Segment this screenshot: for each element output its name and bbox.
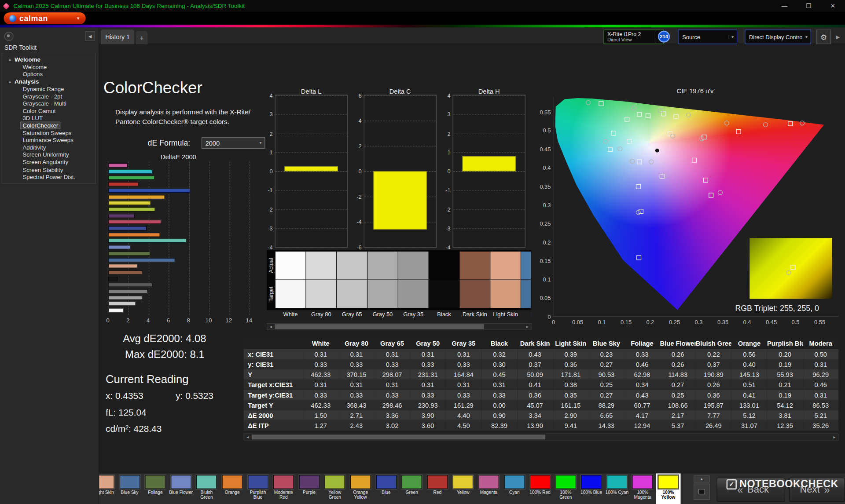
close-button[interactable]: ✕ xyxy=(821,0,845,12)
deltae-bar-black xyxy=(108,277,118,281)
table-scrollbar[interactable]: ◄ ► xyxy=(243,434,838,441)
swatch-label: Blue Flower xyxy=(169,490,193,495)
gridline xyxy=(276,114,347,115)
cie-target-marker xyxy=(790,265,795,270)
sidebar-item-colorchecker[interactable]: ColorChecker xyxy=(2,122,96,129)
swatch-label: Orange xyxy=(220,490,245,495)
sidebar-item-additivity[interactable]: Additivity xyxy=(2,144,96,151)
scrollbar-thumb[interactable] xyxy=(275,324,484,329)
patch-select-button-foliage[interactable]: Foliage xyxy=(143,473,168,504)
sidebar-item-spectral-power-dist[interactable]: Spectral Power Dist. xyxy=(2,173,96,180)
patch-select-button-yellow-green[interactable]: Yellow Green xyxy=(323,473,347,504)
scroll-right-arrow[interactable]: ► xyxy=(831,434,838,440)
x-axis-tick-label: 6 xyxy=(162,317,175,324)
sidebar-item-screen-stability[interactable]: Screen Stability xyxy=(2,166,96,173)
sidebar-item-grayscale-multi[interactable]: Grayscale - Multi xyxy=(2,100,96,107)
source-dropdown[interactable]: Source ▼ xyxy=(678,29,737,44)
gridline xyxy=(453,133,525,134)
table-cell: 0.31 xyxy=(374,349,410,359)
sidebar-item-grayscale-2pt[interactable]: Grayscale - 2pt xyxy=(2,92,96,100)
chevron-down-icon: ▼ xyxy=(728,35,737,39)
cie-target-marker xyxy=(625,117,629,121)
deltae-bar-orange xyxy=(108,233,160,237)
patch-select-button-blue[interactable]: Blue xyxy=(374,473,398,504)
cie-target-marker xyxy=(692,158,697,163)
patch-select-button-orange[interactable]: Orange xyxy=(220,473,245,504)
sidebar-item-screen-uniformity[interactable]: Screen Uniformity xyxy=(2,151,96,159)
cie-target-marker xyxy=(788,121,793,126)
patch-select-button-moderate-red[interactable]: Moderate Red xyxy=(271,473,296,504)
display-control-dropdown[interactable]: Direct Display Control ▼ xyxy=(745,29,811,44)
swatch-color xyxy=(273,475,294,489)
maximize-button[interactable]: ❐ xyxy=(797,0,821,12)
patch-window-button[interactable] xyxy=(694,484,710,500)
patch-select-button-100-blue[interactable]: 100% Blue xyxy=(579,473,603,504)
patch-select-button-light-skin[interactable]: Light Skin xyxy=(99,473,116,504)
sidebar-item-color-gamut[interactable]: Color Gamut xyxy=(2,107,96,115)
sidebar-item-saturation-sweeps[interactable]: Saturation Sweeps xyxy=(2,129,96,137)
swatch-color xyxy=(299,475,320,489)
table-cell: 3.60 xyxy=(410,420,446,431)
table-cell: 0.19 xyxy=(767,390,803,400)
table-cell: 0.50 xyxy=(803,349,838,359)
table-cell: 0.33 xyxy=(446,359,481,369)
sidebar-item-3d-lut[interactable]: 3D LUT xyxy=(2,114,96,122)
sidebar-item-dynamic-range[interactable]: Dynamic Range xyxy=(2,85,96,93)
description-line1: Display analysis is performed with the X… xyxy=(115,108,250,116)
y-axis-tick-label: 1 xyxy=(259,149,273,156)
calman-menu-button[interactable]: calman ▼ xyxy=(4,12,86,24)
patch-select-button-cyan[interactable]: Cyan xyxy=(502,473,527,504)
tree-section-analysis[interactable]: ▲Analysis xyxy=(2,78,96,85)
patch-select-button-bluish-green[interactable]: Bluish Green xyxy=(194,473,219,504)
patch-select-button-100-red[interactable]: 100% Red xyxy=(528,473,552,504)
table-cell: 0.31 xyxy=(303,380,338,390)
patch-select-button-blue-flower[interactable]: Blue Flower xyxy=(169,473,193,504)
patch-select-button-100-cyan[interactable]: 100% Cyan xyxy=(605,473,629,504)
table-cell: 0.27 xyxy=(660,380,696,390)
patch-select-button-purplish-blue[interactable]: Purplish Blue xyxy=(246,473,270,504)
patch-label: Dark Skin xyxy=(459,311,490,318)
table-cell: 35.26 xyxy=(803,420,838,431)
patch-select-button-100-magenta[interactable]: 100% Magenta xyxy=(630,473,655,504)
sidebar-item-luminance-sweeps[interactable]: Luminance Sweeps xyxy=(2,136,96,144)
sidebar-item-welcome[interactable]: Welcome xyxy=(2,63,96,70)
scroll-right-arrow[interactable]: ► xyxy=(524,324,531,329)
tree-section-welcome[interactable]: ▲Welcome xyxy=(2,55,96,63)
scrollbar-thumb[interactable] xyxy=(252,435,545,439)
meter-dropdown-labels: X-Rite i1Pro 2 Direct View xyxy=(604,30,655,44)
patch-select-button-purple[interactable]: Purple xyxy=(297,473,321,504)
patch-strip-scrollbar[interactable]: ◄ ► xyxy=(267,323,531,330)
de-formula-dropdown[interactable]: 2000 ▼ xyxy=(202,137,265,149)
scroll-left-arrow[interactable]: ◄ xyxy=(267,324,274,329)
gridline xyxy=(364,121,436,121)
settings-gear-button[interactable]: ⚙ xyxy=(816,29,831,44)
right-panel-toggle-button[interactable]: ▶ xyxy=(833,29,843,44)
patch-select-button-green[interactable]: Green xyxy=(399,473,424,504)
sidebar-item-label: Dynamic Range xyxy=(21,86,66,92)
app-icon xyxy=(3,3,10,10)
sidebar-item-screen-angularity[interactable]: Screen Angularity xyxy=(2,158,96,166)
patch-select-button-blue-sky[interactable]: Blue Sky xyxy=(117,473,142,504)
home-button[interactable] xyxy=(4,32,14,41)
sidebar-collapse-button[interactable]: ◀ xyxy=(85,31,95,41)
x-axis-tick-label: 0.05 xyxy=(569,319,587,325)
meter-reading-badge[interactable]: 214 xyxy=(658,31,670,43)
scroll-left-arrow[interactable]: ◄ xyxy=(244,434,251,440)
patch-select-button-orange-yellow[interactable]: Orange Yellow xyxy=(348,473,373,504)
patch-select-button-100-green[interactable]: 100% Green xyxy=(553,473,578,504)
patch-select-button-magenta[interactable]: Magenta xyxy=(476,473,501,504)
patch-select-button-100-yellow[interactable]: 100% Yellow xyxy=(656,473,680,504)
collapse-patch-bar-button[interactable]: ▲ xyxy=(694,475,710,482)
patch-select-button-yellow[interactable]: Yellow xyxy=(451,473,475,504)
x-axis-tick-label: 0.1 xyxy=(593,319,611,325)
minimize-button[interactable]: — xyxy=(772,0,797,12)
patch-select-button-red[interactable]: Red xyxy=(425,473,450,504)
deltae-bar-purplish-blue xyxy=(108,226,147,230)
meter-dropdown[interactable]: X-Rite i1Pro 2 Direct View ▼ xyxy=(603,29,664,44)
gridline xyxy=(276,228,347,229)
add-tab-button[interactable]: + xyxy=(136,31,148,44)
table-cell: 0.31 xyxy=(303,349,338,359)
tab-history-1[interactable]: History 1 xyxy=(101,29,134,44)
sidebar-item-label: Grayscale - 2pt xyxy=(21,93,64,99)
sidebar-item-options[interactable]: Options xyxy=(2,70,96,78)
